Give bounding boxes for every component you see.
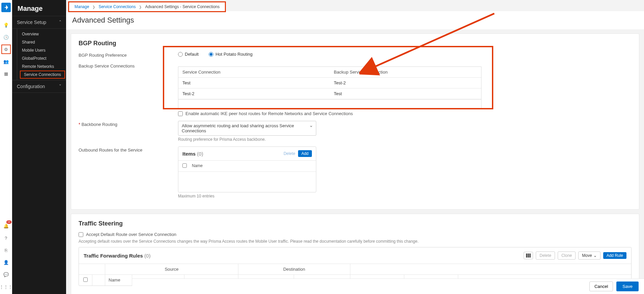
backbone-select[interactable]: Allow asymmetric routing and load sharin… (178, 121, 316, 136)
sidebar-item-overview[interactable]: Overview (17, 30, 66, 38)
items-body (178, 172, 316, 192)
sidebar-item-service-connections[interactable]: Service Connections (20, 71, 65, 79)
bgp-panel-title: BGP Routing (79, 40, 632, 47)
items-box: Items (0) Delete Add Name (178, 146, 316, 192)
table-row[interactable]: Test Test-2 (178, 78, 481, 88)
apps-icon[interactable]: ⋮⋮⋮ (1, 282, 11, 291)
accept-route-note: Accepting default routes over the Servic… (79, 239, 632, 244)
table-row[interactable]: Test-2 Test (178, 88, 481, 99)
breadcrumb: Manage ❯ Service Connections ❯ Advanced … (75, 4, 219, 9)
rules-select-all[interactable] (83, 277, 88, 282)
columns-button[interactable] (524, 252, 533, 259)
sidebar-item-mobile-users[interactable]: Mobile Users (17, 46, 66, 54)
breadcrumb-highlight: Manage ❯ Service Connections ❯ Advanced … (68, 1, 226, 12)
icon-rail: 💡 🕓 ⚙ 👥 ▦ 🔔34 ? ⎘ 👤 💬 ⋮⋮⋮ (0, 0, 12, 294)
chevron-right-icon: ❯ (139, 5, 142, 9)
outbound-label: Outbound Routes for the Service (79, 146, 178, 198)
help-icon[interactable]: ? (1, 233, 11, 243)
items-name-col: Name (192, 163, 203, 169)
breadcrumb-current: Advanced Settings - Service Connections (145, 4, 219, 9)
sidebar-item-remote-networks[interactable]: Remote Networks (17, 62, 66, 71)
svg-line-3 (373, 14, 494, 68)
chat-icon[interactable]: 💬 (1, 270, 11, 279)
footer-bar: Cancel Save (132, 278, 644, 294)
sidebar-title: Manage (12, 0, 66, 16)
rules-title: Traffic Forwarding Rules (0) (84, 253, 150, 259)
breadcrumb-manage[interactable]: Manage (75, 4, 89, 9)
rules-delete-button[interactable]: Delete (536, 251, 555, 260)
sc-table-head-sc: Service Connection (178, 67, 330, 78)
logo-icon[interactable] (1, 3, 11, 12)
columns-icon (526, 253, 531, 258)
gear-icon[interactable]: ⚙ (1, 45, 11, 54)
sidebar: Manage Service Setup ˄ Overview Shared M… (12, 0, 66, 294)
svg-rect-1 (528, 253, 529, 258)
users-icon[interactable]: 👥 (1, 57, 11, 66)
items-delete-button[interactable]: Delete (284, 150, 295, 157)
accept-route-row[interactable]: Accept Default Route over Service Connec… (79, 232, 632, 237)
main-content: Manage ❯ Service Connections ❯ Advanced … (66, 0, 644, 294)
chevron-down-icon: ⌄ (593, 253, 597, 258)
backup-sc-label: Backup Service Connections (79, 62, 178, 116)
backbone-label: Backbone Routing (79, 121, 178, 142)
bulb-icon[interactable]: 💡 (1, 20, 11, 30)
save-button[interactable]: Save (616, 282, 639, 291)
ts-panel-title: Traffic Steering (79, 220, 632, 227)
arrow-annotation (359, 10, 501, 78)
group-source: Source (105, 264, 238, 274)
sidebar-item-shared[interactable]: Shared (17, 38, 66, 46)
ike-checkbox-row[interactable]: Enable automatic IKE peer host routes fo… (178, 111, 498, 116)
layout-icon[interactable]: ▦ (1, 69, 11, 78)
page-title: Advanced Settings (66, 11, 644, 29)
chevron-right-icon: ❯ (92, 5, 95, 9)
items-select-all[interactable] (182, 163, 187, 168)
accept-route-checkbox[interactable] (79, 232, 83, 237)
cancel-button[interactable]: Cancel (589, 282, 613, 291)
items-max-note: Maximum 10 entries (178, 194, 498, 198)
chevron-up-icon: ˄ (59, 20, 61, 25)
sidebar-section-service-setup[interactable]: Service Setup ˄ (12, 16, 66, 29)
svg-rect-0 (526, 253, 527, 258)
ike-checkbox[interactable] (178, 111, 183, 116)
radio-hot-potato[interactable]: Hot Potato Routing (209, 52, 253, 57)
items-title: Items (0) (182, 151, 203, 157)
rules-move-button[interactable]: Move⌄ (578, 251, 600, 260)
sidebar-section-configuration[interactable]: Configuration ˅ (12, 80, 66, 93)
bgp-pref-label: BGP Routing Preference (79, 52, 178, 58)
radio-default[interactable]: Default (178, 52, 199, 57)
sidebar-item-globalprotect[interactable]: GlobalProtect (17, 54, 66, 62)
sidebar-items: Overview Shared Mobile Users GlobalProte… (17, 29, 66, 80)
backbone-helper: Routing preference for Prisma Access bac… (178, 137, 498, 142)
chevron-down-icon: ˅ (59, 84, 61, 89)
col-name: Name (105, 275, 132, 286)
group-dest: Destination (238, 264, 350, 274)
rules-clone-button[interactable]: Clone (558, 251, 576, 260)
user-icon[interactable]: 👤 (1, 258, 11, 267)
svg-rect-2 (529, 253, 531, 258)
export-icon[interactable]: ⎘ (1, 245, 11, 255)
dashboard-icon[interactable]: 🕓 (1, 32, 11, 42)
rules-add-button[interactable]: Add Rule (603, 252, 626, 259)
items-add-button[interactable]: Add (298, 150, 312, 157)
bell-icon[interactable]: 🔔34 (1, 221, 11, 231)
bgp-panel: BGP Routing BGP Routing Preference Defau… (71, 33, 639, 210)
breadcrumb-service-connections[interactable]: Service Connections (98, 4, 136, 9)
